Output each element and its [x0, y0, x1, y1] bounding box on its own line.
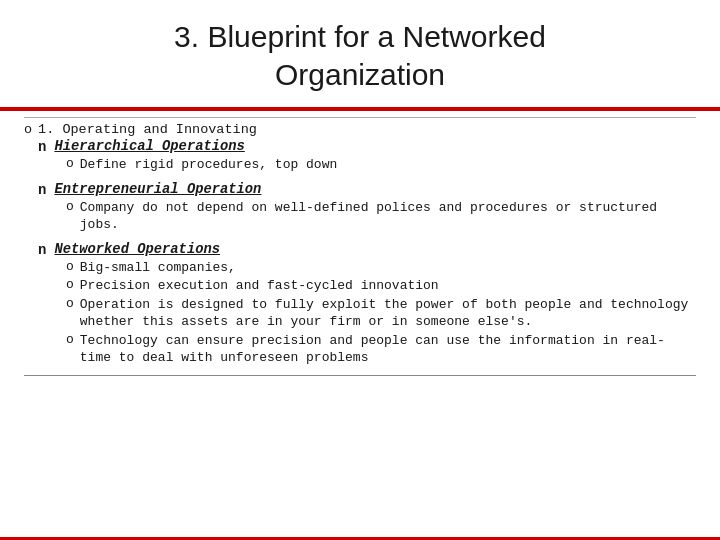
slide: 3. Blueprint for a Networked Organizatio… — [0, 0, 720, 540]
networked-item-1: o Big-small companies, — [66, 259, 696, 277]
title-line2: Organization — [275, 58, 445, 91]
networked-item-2: o Precision execution and fast-cycled in… — [66, 277, 696, 295]
section1-label: 1. Operating and Innovating — [38, 122, 257, 137]
networked-header: n Networked Operations — [38, 242, 696, 258]
networked-bullet: n — [38, 242, 46, 258]
networked-item-4: o Technology can ensure precision and pe… — [66, 332, 696, 367]
entrepreneurial-bullet: n — [38, 182, 46, 198]
hierarchical-item-text-1: Define rigid procedures, top down — [80, 156, 337, 174]
title-line1: 3. Blueprint for a Networked — [174, 20, 546, 53]
top-divider — [24, 117, 696, 118]
slide-title: 3. Blueprint for a Networked Organizatio… — [40, 18, 680, 93]
networked-item-text-2: Precision execution and fast-cycled inno… — [80, 277, 439, 295]
networked-section: n Networked Operations o Big-small compa… — [24, 242, 696, 367]
entrepreneurial-item-1: o Company do not depend on well-defined … — [66, 199, 696, 234]
content-area: o 1. Operating and Innovating n Hierarch… — [0, 111, 720, 537]
hierarchical-header: n Hierarchical Operations — [38, 139, 696, 155]
sub-bullet-6: o — [66, 332, 74, 347]
bottom-divider — [24, 375, 696, 376]
networked-item-text-4: Technology can ensure precision and peop… — [80, 332, 696, 367]
level1-item: o 1. Operating and Innovating — [24, 122, 696, 137]
hierarchical-title: Hierarchical Operations — [54, 139, 244, 154]
entrepreneurial-item-text-1: Company do not depend on well-defined po… — [80, 199, 696, 234]
hierarchical-item-1: o Define rigid procedures, top down — [66, 156, 696, 174]
sub-bullet-4: o — [66, 277, 74, 292]
networked-title: Networked Operations — [54, 242, 220, 257]
entrepreneurial-title: Entrepreneurial Operation — [54, 182, 261, 197]
sub-bullet-3: o — [66, 259, 74, 274]
networked-item-text-3: Operation is designed to fully exploit t… — [80, 296, 696, 331]
hierarchical-bullet: n — [38, 139, 46, 155]
networked-item-text-1: Big-small companies, — [80, 259, 236, 277]
sub-bullet-5: o — [66, 296, 74, 311]
entrepreneurial-section: n Entrepreneurial Operation o Company do… — [24, 182, 696, 234]
level1-bullet: o — [24, 122, 32, 137]
entrepreneurial-header: n Entrepreneurial Operation — [38, 182, 696, 198]
hierarchical-section: n Hierarchical Operations o Define rigid… — [24, 139, 696, 174]
title-area: 3. Blueprint for a Networked Organizatio… — [0, 0, 720, 103]
networked-item-3: o Operation is designed to fully exploit… — [66, 296, 696, 331]
sub-bullet-2: o — [66, 199, 74, 214]
sub-bullet-1: o — [66, 156, 74, 171]
